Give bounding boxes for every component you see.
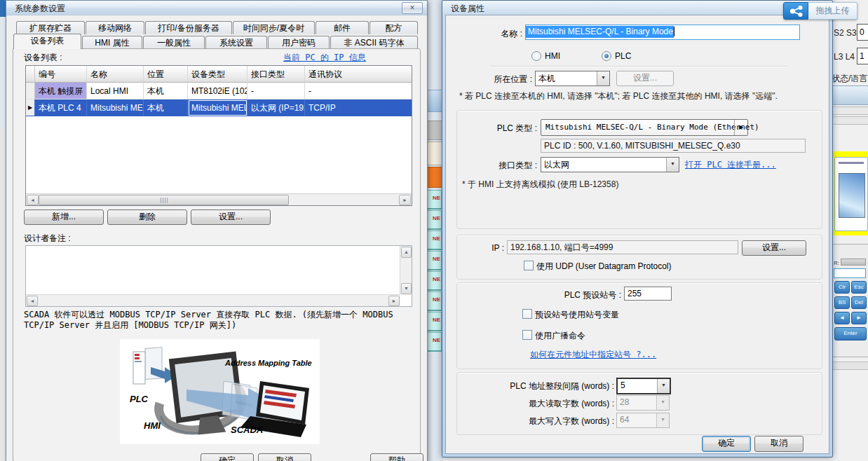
tab-device-list[interactable]: 设备列表 — [13, 34, 81, 49]
plc-radio[interactable] — [602, 51, 611, 61]
scroll-right-arrow[interactable]: ► — [399, 195, 411, 205]
keypad-enter-button[interactable]: Enter — [834, 327, 867, 340]
add-device-button[interactable]: 新增... — [24, 209, 104, 225]
chevron-down-icon[interactable]: ▼ — [666, 158, 679, 172]
interface-type-dropdown[interactable]: 以太网 ▼ — [541, 157, 679, 172]
ok-button[interactable]: 确定 — [702, 436, 751, 452]
cell-protocol[interactable]: TCP/IP — [305, 99, 412, 116]
location-settings-button[interactable]: 设置... — [616, 71, 674, 86]
cell-location[interactable]: 本机 — [144, 99, 188, 116]
udp-checkbox-label[interactable]: 使用 UDP (User Datagram Protocol) — [536, 261, 672, 273]
device-table[interactable]: 编号 名称 位置 设备类型 接口类型 通讯协议 本机 触摸屏 Local HMI… — [25, 65, 412, 206]
plc-device-graphic — [133, 348, 162, 384]
row-selector[interactable] — [26, 83, 35, 99]
table-row[interactable]: 本机 触摸屏 Local HMI 本机 MT8102iE (102... - - — [26, 83, 412, 99]
help-button[interactable]: 帮助 — [370, 453, 423, 461]
device-table-header: 编号 名称 位置 设备类型 接口类型 通讯协议 — [26, 66, 412, 83]
chevron-down-icon[interactable]: ▼ — [597, 71, 609, 85]
state-cell-0[interactable]: 0 — [857, 24, 868, 41]
tab-email[interactable]: 邮件 — [316, 21, 369, 34]
keypad-clr-button[interactable]: Clr — [834, 281, 850, 294]
cell-name[interactable]: Local HMI — [87, 83, 144, 99]
chevron-down-icon: ▼ — [656, 413, 669, 427]
cell-id[interactable]: 本机 触摸屏 — [35, 83, 87, 99]
cell-location[interactable]: 本机 — [144, 83, 188, 99]
hmi-radio[interactable] — [531, 51, 541, 61]
window-thumbnail[interactable] — [839, 173, 865, 218]
tab-general[interactable]: 一般属性 — [143, 36, 205, 49]
drag-upload-button[interactable]: 拖拽上传 — [783, 2, 857, 20]
keypad-input-preview[interactable] — [834, 268, 866, 278]
plc-type-expand-arrow[interactable]: ▶ — [734, 120, 747, 135]
share-nodes-icon — [783, 2, 808, 20]
udp-checkbox[interactable] — [524, 261, 534, 270]
station-help-link[interactable]: 如何在元件地址中指定站号 ?... — [530, 349, 656, 361]
pc-ip-info-link[interactable]: 当前 PC 的 IP 信息 — [283, 52, 366, 64]
cell-id[interactable]: 本机 PLC 4 — [35, 99, 87, 116]
station-variable-checkbox-label[interactable]: 预设站号使用站号变量 — [535, 309, 619, 321]
delete-device-button[interactable]: 删除 — [107, 209, 187, 225]
cell-name[interactable]: Mitsubishi MEL... — [87, 99, 144, 116]
tab-cellular[interactable]: 移动网络 — [86, 21, 144, 34]
cancel-button[interactable]: 取消 — [754, 436, 803, 452]
tab-recipe[interactable]: 配方 — [369, 21, 418, 34]
state-cell-1[interactable]: 1 — [857, 48, 868, 64]
tab-hmi-attributes[interactable]: HMI 属性 — [82, 36, 142, 49]
object-list-item: NE — [426, 190, 442, 209]
selected-window-highlight — [832, 151, 868, 235]
tab-printer-backup[interactable]: 打印/备份服务器 — [145, 21, 232, 34]
col-id[interactable]: 编号 — [35, 66, 87, 83]
broadcast-checkbox-label[interactable]: 使用广播命令 — [535, 330, 585, 342]
row-selector-marker[interactable]: ▶ — [26, 99, 35, 116]
broadcast-checkbox[interactable] — [522, 330, 532, 340]
system-parameter-titlebar[interactable]: 系统参数设置 ✕ — [6, 1, 427, 15]
table-h-scrollbar[interactable]: ◄ ► — [26, 193, 412, 205]
name-input[interactable]: Mitsubishi MELSEC-Q/L - Binary Mode — [525, 25, 800, 40]
col-name[interactable]: 名称 — [87, 66, 144, 83]
interval-value: 5 — [621, 380, 656, 390]
cell-device-type-focused[interactable]: Mitsubishi MEL... — [188, 99, 247, 116]
ip-settings-button[interactable]: 设置... — [742, 240, 806, 256]
keypad-display-label: R: — [834, 260, 839, 266]
textarea-scroll-right[interactable]: ► — [388, 296, 400, 306]
scroll-left-arrow[interactable]: ◄ — [27, 195, 39, 205]
cell-interface[interactable]: - — [247, 83, 305, 99]
plc-type-dropdown[interactable]: Mitsubishi MELSEC-Q/L - Binary Mode (Eth… — [541, 119, 748, 136]
col-location[interactable]: 位置 — [144, 66, 188, 83]
table-row-selected[interactable]: ▶ 本机 PLC 4 Mitsubishi MEL... 本机 Mitsubis… — [26, 99, 412, 116]
chevron-down-icon[interactable]: ▼ — [657, 379, 670, 393]
scada-note: SCADA 软件可以透过 MODBUS TCP/IP Server 直接存取 P… — [24, 310, 415, 331]
textarea-scroll-down[interactable]: ▼ — [401, 283, 412, 294]
close-button[interactable]: ✕ — [402, 2, 423, 14]
tab-extended-memory[interactable]: 扩展存贮器 — [16, 21, 85, 34]
tab-system-settings[interactable]: 系统设置 — [205, 36, 267, 49]
keypad-esc-button[interactable]: Esc — [851, 281, 867, 294]
keypad-bs-button[interactable]: BS — [834, 296, 850, 309]
textarea-scroll-up[interactable]: ▲ — [401, 247, 412, 258]
cancel-button[interactable]: 取消 — [258, 453, 311, 461]
location-dropdown[interactable]: 本机 ▼ — [535, 71, 610, 86]
col-device-type[interactable]: 设备类型 — [188, 66, 247, 83]
open-plc-manual-link[interactable]: 打开 PLC 连接手册... — [685, 159, 776, 171]
interval-dropdown[interactable]: 5 ▼ — [616, 378, 671, 394]
col-interface[interactable]: 接口类型 — [247, 66, 305, 83]
tab-non-ascii-fonts[interactable]: 非 ASCII 码字体 — [330, 36, 418, 49]
tab-user-password[interactable]: 用户密码 — [268, 36, 330, 49]
hmi-radio-label[interactable]: HMI — [545, 51, 560, 61]
cell-protocol[interactable]: - — [305, 83, 412, 99]
designer-note-textarea[interactable]: ▲ ▼ ◄ ► — [25, 245, 412, 307]
keypad-left-button[interactable]: ◄ — [834, 312, 850, 324]
cell-interface[interactable]: 以太网 (IP=192... — [247, 99, 305, 116]
station-input[interactable]: 255 — [624, 287, 672, 301]
ok-button[interactable]: 确定 — [201, 453, 254, 461]
device-settings-button[interactable]: 设置... — [191, 209, 271, 225]
scroll-thumb[interactable] — [39, 195, 289, 205]
plc-radio-label[interactable]: PLC — [615, 51, 631, 61]
col-protocol[interactable]: 通讯协议 — [305, 66, 412, 83]
cell-device-type[interactable]: MT8102iE (102... — [188, 83, 247, 99]
keypad-right-button[interactable]: ► — [851, 312, 867, 324]
textarea-scroll-left[interactable]: ◄ — [27, 296, 38, 306]
station-variable-checkbox[interactable] — [522, 309, 532, 319]
keypad-del-button[interactable]: Del — [851, 296, 867, 309]
tab-time-sync[interactable]: 时间同步/夏令时 — [233, 21, 315, 34]
